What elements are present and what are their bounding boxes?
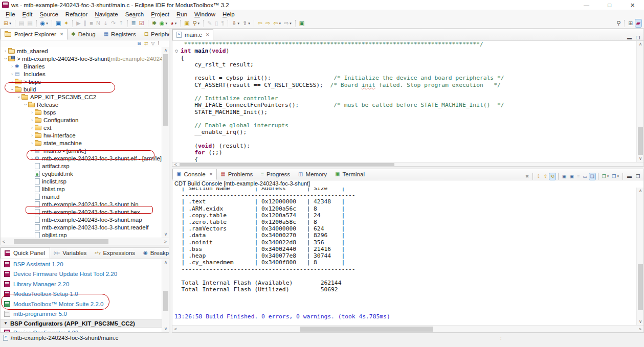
scroll-thumb[interactable] — [163, 54, 168, 126]
menu-help[interactable]: Help — [219, 11, 238, 17]
close-tab-icon[interactable]: ✕ — [206, 32, 210, 37]
open-terminal-icon[interactable]: ▣ — [55, 19, 62, 27]
maximize-view-icon[interactable]: ❒ — [634, 174, 642, 179]
show-on-stdout-icon[interactable]: ▣ — [561, 173, 568, 180]
collapsed-arrow-icon[interactable]: › — [29, 141, 35, 146]
close-tab-icon[interactable]: ✕ — [60, 32, 64, 37]
tree-item-mtb-shared[interactable]: ›mtb_shared — [1, 47, 162, 55]
tree-item-configuration[interactable]: ›Configuration — [1, 116, 162, 124]
close-tab-icon[interactable]: ✕ — [209, 172, 213, 177]
scroll-down-icon[interactable]: ⇩ — [536, 173, 542, 180]
collapsed-arrow-icon[interactable]: › — [9, 64, 15, 69]
tab-variables[interactable]: (x)=Variables — [50, 247, 91, 259]
tree-item-main-d[interactable]: main.d — [1, 193, 162, 200]
pin-console-icon[interactable]: ❏ — [589, 173, 595, 180]
suspend-icon[interactable]: ∥ — [83, 19, 88, 27]
scroll-up-arrow-icon[interactable]: ∧ — [637, 41, 643, 48]
dropdown-arrow-icon[interactable]: ▾ — [238, 21, 240, 26]
quickpanel-link[interactable]: ModusToolbox Setup 1.0 — [13, 291, 78, 297]
debug-icon[interactable]: ✱ — [151, 19, 158, 27]
tree-item-mtb-example-240243-foc-3-shunt[interactable]: ›> mtb-example-240243-foc-3-shunt [mtb-e… — [1, 55, 162, 62]
close-button[interactable]: ✕ — [621, 0, 644, 10]
collapsed-arrow-icon[interactable]: › — [29, 118, 35, 123]
quickpanel-link[interactable]: Device Firmware Update Host Tool 2.20 — [13, 271, 117, 277]
coverage-icon[interactable]: ☑ — [138, 19, 145, 27]
tree-item-bsps[interactable]: ›> bsps — [1, 78, 162, 85]
quickpanel-item-mtb-programmer-5-0[interactable]: mtb-programmer 5.0 — [1, 309, 162, 319]
quickpanel-item-modustoolbox-motor-suite-2-2-0[interactable]: ModusToolbox™ Motor Suite 2.2.0 — [1, 299, 162, 309]
collapsed-arrow-icon[interactable]: › — [9, 79, 15, 84]
search-icon[interactable]: ⚲ — [615, 19, 621, 27]
bsp-configurators-header[interactable]: ▼BSP Configurators (APP_KIT_PSC3M5_CC2) — [1, 319, 162, 328]
tab-registers[interactable]: ▦Registers — [100, 29, 141, 40]
quickpanel-item-library-manager-2-20[interactable]: Library Manager 2.20 — [1, 279, 162, 289]
scroll-left-arrow-icon[interactable]: < — [1, 238, 7, 245]
scroll-down-arrow-icon[interactable]: ∨ — [637, 318, 643, 325]
modustoolbox-perspective-icon[interactable]: ▰ — [635, 19, 641, 27]
tree-item-mtb-example-240243-foc-3-shunt-map[interactable]: mtb-example-240243-foc-3-shunt.map — [1, 216, 162, 223]
dropdown-arrow-icon[interactable]: ▾ — [248, 21, 250, 26]
scroll-thumb[interactable] — [14, 239, 108, 244]
open-console-icon[interactable]: ❐▾ — [601, 173, 610, 180]
terminate-console-icon[interactable]: ✖ — [524, 173, 530, 180]
scroll-thumb[interactable] — [638, 127, 643, 155]
tab-project-explorer[interactable]: Project Explorer✕ — [1, 29, 68, 40]
display-selected-console-icon[interactable]: ❐▾ — [611, 173, 620, 180]
minimize-button[interactable]: — — [575, 0, 598, 10]
scroll-up-arrow-icon[interactable]: ∧ — [162, 47, 169, 54]
new-connection-icon[interactable]: ✦ — [63, 19, 70, 27]
minimize-view-icon[interactable]: ▬ — [625, 174, 634, 179]
scroll-up-icon[interactable]: ⇧ — [543, 173, 549, 180]
clear-console-icon[interactable]: ▭ — [582, 173, 588, 180]
run-icon[interactable]: ◉▾ — [159, 19, 168, 27]
menu-run[interactable]: Run — [173, 11, 191, 17]
dropdown-arrow-icon[interactable]: ▾ — [607, 174, 609, 178]
scroll-thumb[interactable] — [638, 264, 643, 310]
tree-item-mtb-example-240243-foc-3-shunt-elf-arm-le[interactable]: ›⚙mtb-example-240243-foc-3-shunt.elf - [… — [1, 154, 162, 162]
tree-item-binaries[interactable]: ›✱Binaries — [1, 62, 162, 70]
forward-history-icon[interactable]: ⇨ — [264, 19, 271, 27]
collapsed-arrow-icon[interactable]: › — [29, 125, 35, 130]
back-history-icon[interactable]: ⇦ — [257, 19, 263, 27]
maximize-button[interactable]: □ — [598, 0, 621, 10]
quickpanel-link[interactable]: BSP Assistant 1.20 — [13, 261, 63, 267]
collapsed-arrow-icon[interactable]: › — [29, 156, 35, 161]
new-wizard-icon[interactable]: ⊞▾ — [3, 19, 12, 27]
menu-refactor[interactable]: Refactor — [62, 11, 91, 17]
tree-item-ext[interactable]: ›ext — [1, 124, 162, 131]
add-bookmark-icon[interactable]: ▯ — [214, 19, 219, 27]
tab-console[interactable]: ▣Console✕ — [172, 169, 217, 180]
pin-editor-icon[interactable]: ▣ — [298, 19, 305, 27]
tab-expressions[interactable]: x+yExpressions — [91, 247, 140, 259]
menu-navigate[interactable]: Navigate — [91, 11, 121, 17]
tab-main-c[interactable]: cmain.c✕ — [172, 29, 213, 40]
mark-occurrences-icon[interactable]: ✎ — [206, 19, 213, 27]
show-on-stderr-icon[interactable]: ▣ — [568, 173, 575, 180]
quickpanel-link[interactable]: Device Configurator 4.20 — [13, 330, 78, 332]
tree-item-objlist-rsp[interactable]: objlist.rsp — [1, 231, 162, 238]
step-over-icon[interactable]: ↷ — [110, 19, 117, 27]
fold-collapse-icon[interactable]: ⊖ — [172, 48, 181, 54]
dropdown-arrow-icon[interactable]: ▾ — [279, 21, 281, 26]
console-vertical-scrollbar[interactable]: ∧ ∨ — [636, 188, 643, 325]
code-editor[interactable]: ****************************************… — [172, 41, 636, 162]
console-horizontal-scrollbar[interactable]: < > — [172, 325, 643, 332]
scroll-up-arrow-icon[interactable]: ∧ — [637, 188, 643, 194]
resume-icon[interactable]: ▶ — [75, 19, 81, 27]
tree-item-includes[interactable]: ›▤Includes — [1, 70, 162, 78]
menu-edit[interactable]: Edit — [19, 11, 36, 17]
tree-item-artifact-rsp[interactable]: artifact.rsp — [1, 162, 162, 170]
collapsed-arrow-icon[interactable]: › — [29, 110, 35, 115]
collapsed-arrow-icon[interactable]: › — [29, 148, 35, 153]
tab-terminal[interactable]: ▣Terminal — [331, 169, 369, 180]
collapsed-arrow-icon[interactable]: › — [29, 133, 35, 138]
link-with-editor-icon[interactable]: ⇄ — [143, 40, 149, 48]
tree-item-build[interactable]: ›build — [1, 85, 162, 93]
tree-item-hw-interface[interactable]: ›hw-interface — [1, 131, 162, 139]
quickpanel-vertical-scrollbar[interactable]: ∧ ∨ — [162, 259, 169, 332]
save-all-icon[interactable]: ▤ — [26, 19, 33, 27]
collapse-all-icon[interactable]: ⊟ — [136, 40, 142, 48]
tree-item-mtb-example-240243-foc-3-shunt-bin[interactable]: mtb-example-240243-foc-3-shunt.bin — [1, 200, 162, 208]
dropdown-arrow-icon[interactable]: ▾ — [198, 21, 200, 26]
scroll-thumb[interactable] — [300, 327, 433, 332]
